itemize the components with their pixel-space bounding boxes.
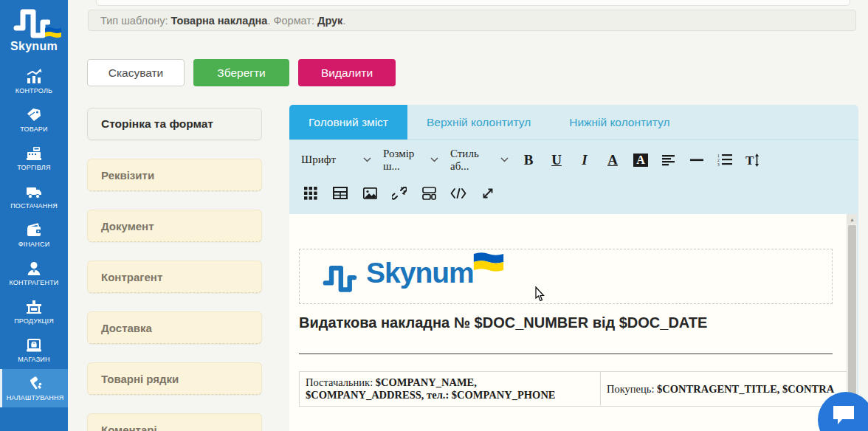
- font-family-dropdown[interactable]: Шрифт: [297, 151, 376, 169]
- code-view-icon[interactable]: [446, 181, 471, 206]
- accordion-item-comments[interactable]: Коментарі: [87, 413, 262, 431]
- unlink-icon[interactable]: [387, 181, 412, 206]
- svg-text:T: T: [745, 154, 754, 167]
- wysiwyg-content-area[interactable]: Skynum Видаткова накладна № $DOC_NUMBER …: [289, 214, 847, 431]
- template-type-value: Товарна накладна: [171, 15, 268, 27]
- ukraine-flag-icon: [472, 251, 505, 273]
- sidebar-item-kontrol[interactable]: КОНТРОЛЬ: [0, 62, 68, 100]
- template-format-value: Друк: [317, 15, 342, 27]
- sidebar-item-label: ТОРГІВЛЯ: [17, 164, 50, 171]
- align-left-icon[interactable]: [656, 148, 681, 173]
- growth-chart-icon: [24, 68, 44, 86]
- buyer-variables: $CONTRAGENT_TITLE, $CONTRA: [657, 383, 834, 395]
- bold-button[interactable]: B: [516, 148, 541, 173]
- chevron-down-icon: [430, 157, 438, 162]
- ukraine-flag-icon: [44, 27, 62, 38]
- scrollbar-up-arrow[interactable]: ▲: [847, 214, 857, 224]
- italic-button[interactable]: I: [572, 148, 597, 173]
- sidebar-item-postachannia[interactable]: ПОСТАЧАННЯ: [0, 177, 68, 216]
- insert-table-icon[interactable]: [328, 181, 353, 206]
- buyer-label: Покупець:: [607, 383, 657, 395]
- sidebar-item-finansy[interactable]: ФІНАНСИ: [0, 216, 68, 254]
- sidebar-item-label: ФІНАНСИ: [18, 241, 50, 248]
- chat-icon: [831, 404, 856, 426]
- cash-register-icon: [24, 145, 44, 162]
- paragraph-style-dropdown[interactable]: Стиль аб...: [446, 145, 513, 176]
- sidebar-item-label: КОНТРОЛЬ: [16, 87, 52, 94]
- editor-tabs: Головний зміст Верхній колонтитул Нижній…: [289, 105, 858, 140]
- chevron-down-icon: [363, 157, 371, 162]
- tab-header[interactable]: Верхній колонтитул: [407, 105, 550, 139]
- template-info-bar: Тип шаблону: Товарна накладна. Формат: Д…: [88, 10, 856, 31]
- svg-text:3: 3: [717, 162, 720, 166]
- accordion-item-product-rows[interactable]: Товарні рядки: [87, 362, 262, 395]
- cancel-button[interactable]: Скасувати: [87, 59, 185, 86]
- price-tags-icon: [24, 106, 44, 124]
- sidebar: Skynum КОНТРОЛЬ ТОВАРИ ТОРГІВЛЯ ПОСТАЧАН…: [0, 0, 68, 431]
- sidebar-item-torhivlia[interactable]: ТОРГІВЛЯ: [0, 139, 68, 177]
- highlight-color-button[interactable]: A: [628, 148, 653, 173]
- buyer-cell: Покупець: $CONTRAGENT_TITLE, $CONTRA: [601, 372, 847, 407]
- grid-picker-icon[interactable]: [298, 181, 323, 206]
- sidebar-item-label: НАЛАШТУВАННЯ: [7, 394, 64, 401]
- sidebar-item-label: МАГАЗИН: [18, 356, 49, 363]
- sidebar-item-label: КОНТРАГЕНТИ: [9, 279, 58, 286]
- person-icon: [24, 260, 44, 277]
- scrollbar-thumb[interactable]: [848, 225, 856, 411]
- delete-button[interactable]: Видалити: [298, 59, 396, 86]
- skynum-logo-icon: [320, 263, 359, 294]
- insert-image-icon[interactable]: [357, 181, 382, 206]
- horizontal-rule-icon[interactable]: [684, 148, 709, 173]
- tools-icon: [26, 375, 45, 393]
- accordion-item-delivery[interactable]: Доставка: [87, 311, 262, 344]
- fullscreen-icon[interactable]: [475, 181, 500, 206]
- document-title: Видаткова накладна № $DOC_NUMBER від $DO…: [299, 314, 833, 331]
- wallet-icon: [24, 221, 44, 239]
- sidebar-item-label: ПРОДУКЦІЯ: [14, 317, 54, 325]
- supplier-cell: Постачальник: $COMPANY_NAME, $COMPANY_AD…: [300, 372, 601, 407]
- accordion-item-document[interactable]: Документ: [87, 210, 262, 242]
- tab-main-content[interactable]: Головний зміст: [289, 105, 407, 139]
- save-button[interactable]: Зберегти: [193, 59, 289, 86]
- document-parties-table: Постачальник: $COMPANY_NAME, $COMPANY_AD…: [299, 371, 847, 407]
- accordion-item-requisites[interactable]: Реквізити: [87, 159, 262, 191]
- document-logo-block[interactable]: Skynum: [299, 249, 833, 304]
- accordion-item-contragent[interactable]: Контрагент: [87, 261, 262, 293]
- accordion-item-page-format[interactable]: Сторінка та формат: [87, 108, 262, 140]
- sidebar-item-kontragenty[interactable]: КОНТРАГЕНТИ: [0, 254, 68, 292]
- supplier-label: Постачальник:: [306, 376, 376, 388]
- sidebar-item-tovary[interactable]: ТОВАРИ: [0, 100, 68, 139]
- app-window: Skynum КОНТРОЛЬ ТОВАРИ ТОРГІВЛЯ ПОСТАЧАН…: [0, 0, 868, 431]
- brand-name: Skynum: [0, 40, 68, 53]
- line-height-icon[interactable]: T: [740, 148, 765, 173]
- shop-bag-icon: [24, 337, 44, 354]
- sidebar-item-label: ПОСТАЧАННЯ: [10, 202, 58, 210]
- font-size-dropdown[interactable]: Розмір ш...: [379, 145, 443, 176]
- sidebar-item-label: ТОВАРИ: [20, 125, 47, 133]
- font-color-button[interactable]: A: [600, 148, 625, 173]
- template-type-label: Тип шаблону:: [100, 15, 171, 27]
- template-format-label: Формат:: [273, 15, 317, 27]
- sidebar-item-mahazyn[interactable]: МАГАЗИН: [0, 331, 68, 369]
- editor-toolbar: Шрифт Розмір ш... Стиль аб... B U I A A: [289, 140, 858, 210]
- sidebar-item-nalashtuvannia[interactable]: НАЛАШТУВАННЯ: [0, 369, 68, 407]
- document-logo-text: Skynum: [366, 257, 474, 289]
- sidebar-item-produktsiia[interactable]: ПРОДУКЦІЯ: [0, 292, 68, 331]
- ordered-list-icon[interactable]: 123: [712, 148, 737, 173]
- container-block-icon[interactable]: [416, 181, 441, 206]
- chevron-down-icon: [500, 157, 509, 162]
- document-divider: [299, 354, 833, 354]
- underline-button[interactable]: U: [544, 148, 569, 173]
- settings-accordion: Сторінка та формат Реквізити Документ Ко…: [87, 108, 262, 431]
- tab-footer[interactable]: Нижній колонтитул: [550, 105, 689, 139]
- production-machine-icon: [24, 298, 44, 316]
- table-row: Постачальник: $COMPANY_NAME, $COMPANY_AD…: [300, 372, 847, 407]
- top-card-partial: [96, 0, 850, 6]
- brand-logo[interactable]: Skynum: [0, 0, 68, 62]
- delivery-truck-icon: [24, 183, 44, 201]
- template-editor-panel: Головний зміст Верхній колонтитул Нижній…: [289, 105, 858, 431]
